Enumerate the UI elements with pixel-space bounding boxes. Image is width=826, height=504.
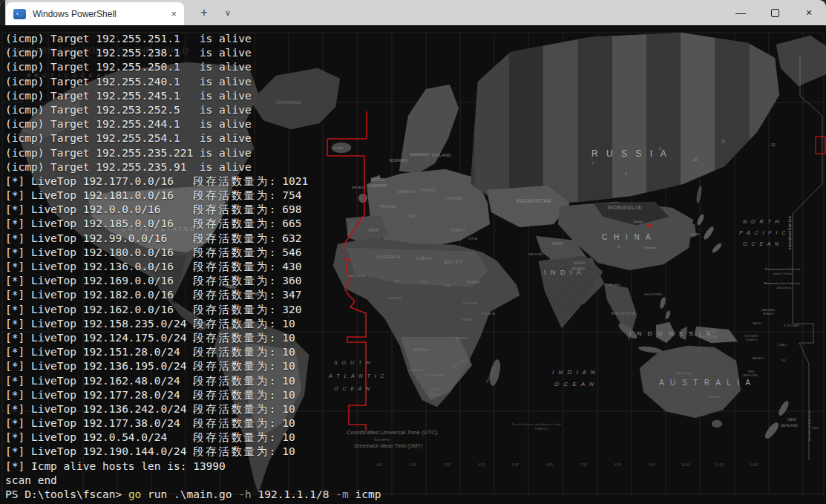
map-label: R U S S I A xyxy=(591,148,669,159)
prompt-line[interactable]: PS D:\tools\fscan> go run .\main.go -h 1… xyxy=(5,488,381,502)
map-label: FINLAND xyxy=(432,153,451,157)
map-label: TURKEY xyxy=(450,228,466,232)
map-label: BOTSWANA xyxy=(427,373,444,377)
prompt-command-segment: go xyxy=(128,488,141,500)
map-label: ZEALAND xyxy=(781,423,798,428)
terminal-line: [*] LiveTop 192.180.0.0/16 段存活数量为: 546 xyxy=(5,246,381,260)
map-label: VANUATU xyxy=(752,357,764,360)
tab-windows-powershell[interactable]: ›_ Windows PowerShell × xyxy=(6,2,184,25)
map-label: Westward across Date Line xyxy=(764,281,801,285)
map-label: FRANCE xyxy=(380,204,396,209)
terminal-line: (icmp) Target 192.255.244.1 is alive xyxy=(5,117,381,131)
map-label: EGYPT xyxy=(445,260,463,264)
maximize-icon xyxy=(771,9,779,17)
map-label: ETHIOPIA xyxy=(463,301,477,305)
terminal-line: (icmp) Target 192.255.238.1 is alive xyxy=(5,46,381,60)
terminal-line: (icmp) Target 192.255.235.221 is alive xyxy=(5,146,381,160)
terminal-window: ›_ Windows PowerShell × + ∨ — × xyxy=(0,0,826,504)
tab-close-icon[interactable]: × xyxy=(171,9,177,19)
map-label: NEW xyxy=(787,417,796,422)
map-label: SYRIA xyxy=(468,237,477,240)
map-label: K I R I B A T I xyxy=(784,324,802,327)
map-label: NEW xyxy=(748,370,755,373)
map-label: NEW GUINEA xyxy=(698,335,718,338)
map-label: NIGER xyxy=(419,280,429,284)
map-label: O C E A N xyxy=(554,381,595,387)
prompt-command-segment: run .\main.go xyxy=(141,488,238,500)
new-tab-button[interactable]: + xyxy=(193,0,215,25)
map-label: GERMANY xyxy=(397,189,416,194)
map-label: SWEDEN xyxy=(410,152,429,157)
terminal-line: (icmp) Target 192.255.251.1 is alive xyxy=(5,32,381,46)
map-label: P A C I F I C xyxy=(739,230,787,235)
map-label: TANZANIA xyxy=(454,336,469,340)
map-label: JAPAN xyxy=(690,232,700,236)
terminal-line: [*] LiveTop 192.177.28.0/24 段存活数量为: 10 xyxy=(5,388,381,402)
minimize-button[interactable]: — xyxy=(724,0,758,25)
map-label: Sydney xyxy=(709,395,719,399)
tab-dropdown-button[interactable]: ∨ xyxy=(217,0,239,25)
map-label: 5:00 xyxy=(512,463,519,467)
terminal-line: [*] LiveTop 192.136.0.0/16 段存活数量为: 430 xyxy=(5,260,381,274)
prompt-command-segment: icmp xyxy=(349,488,381,500)
map-label: KAZAKHSTAN xyxy=(517,198,551,203)
powershell-icon: ›_ xyxy=(13,9,26,19)
map-label: ANGOLA xyxy=(413,347,430,352)
terminal-line: (icmp) Target 192.255.254.1 is alive xyxy=(5,131,381,145)
map-label: 10:00 xyxy=(681,463,690,467)
map-label: 10 xyxy=(693,157,698,162)
map-label: SOUTH xyxy=(429,387,439,391)
map-label: LIBYA xyxy=(416,256,433,261)
map-label: NAURU xyxy=(753,322,762,325)
maximize-button[interactable] xyxy=(758,0,792,25)
close-button[interactable]: × xyxy=(792,0,826,25)
map-label: UKRAINE xyxy=(445,196,462,200)
map-label: Alice Springs xyxy=(677,372,692,375)
terminal-line: [*] LiveTop 192.0.0.0/16 段存活数量为: 698 xyxy=(5,203,381,217)
map-label: PHILIPPINES xyxy=(644,292,663,296)
map-label: NAMIBIA xyxy=(410,368,422,372)
map-label: Eastward across Date Line xyxy=(765,267,802,271)
map-label: ITALY xyxy=(407,214,418,218)
terminal-line: [*] LiveTop 192.185.0.0/16 段存活数量为: 665 xyxy=(5,217,381,231)
map-label: SAUDI xyxy=(574,261,585,265)
terminal-line: [*] LiveTop 192.177.0.0/16 段存活数量为: 1021 xyxy=(5,174,381,189)
terminal-line: [*] LiveTop 192.162.48.0/24 段存活数量为: 10 xyxy=(5,374,381,388)
map-label: CHAD xyxy=(443,284,451,287)
map-label: Shanghai xyxy=(644,246,657,249)
map-label: NORWAY xyxy=(389,158,408,163)
terminal-line: [*] LiveTop 192.136.242.0/24 段存活数量为: 10 xyxy=(5,402,381,416)
map-label: SUDAN xyxy=(467,280,480,284)
prompt-command-segment: 192.1.1.1/8 xyxy=(252,488,336,500)
map-label: IRAN xyxy=(552,241,563,246)
map-label: I N D I A xyxy=(544,269,583,276)
map-label: MONGOLIA xyxy=(608,205,642,210)
terminal-line: [*] Icmp alive hosts len is: 13990 xyxy=(5,459,381,474)
map-label: CALEDONIA xyxy=(742,374,758,377)
map-label: 9:00 xyxy=(649,463,655,467)
map-label: PAKISTAN xyxy=(528,252,543,256)
terminal-output-lines: (icmp) Target 192.255.251.1 is alive(icm… xyxy=(5,32,381,488)
terminal-line: [*] LiveTop 192.99.0.0/16 段存活数量为: 632 xyxy=(5,232,381,246)
map-label: THAILAND xyxy=(606,283,620,287)
map-label: International Date Line xyxy=(788,215,792,249)
map-label: 11:00 xyxy=(715,463,724,467)
terminal-viewport[interactable]: STANDARD TIME ZONES OF THE WORLDA R C T … xyxy=(0,25,826,504)
map-label: 9 xyxy=(659,146,661,151)
map-label: 12:00 xyxy=(750,463,758,467)
prompt-path: PS D:\tools\fscan> xyxy=(5,488,128,500)
terminal-line: (icmp) Target 192.255.235.91 is alive xyxy=(5,160,381,174)
map-label: 8 xyxy=(625,171,627,176)
tab-title: Windows PowerShell xyxy=(33,9,117,19)
map-label: N O R T H xyxy=(743,219,781,224)
map-label: (FRANCE) xyxy=(534,427,549,431)
map-label: 3:00 xyxy=(444,463,450,467)
map-label: International Date Line xyxy=(807,410,811,441)
terminal-line: [*] LiveTop 192.182.0.0/16 段存活数量为: 347 xyxy=(5,288,381,302)
prompt-command-segment: -h xyxy=(238,488,251,500)
map-label: 7 xyxy=(591,161,594,166)
map-label: KENYA xyxy=(462,318,473,321)
map-label: EAST xyxy=(812,426,820,430)
map-label: O C E A N xyxy=(743,241,780,246)
map-label: 8:00 xyxy=(614,463,621,467)
